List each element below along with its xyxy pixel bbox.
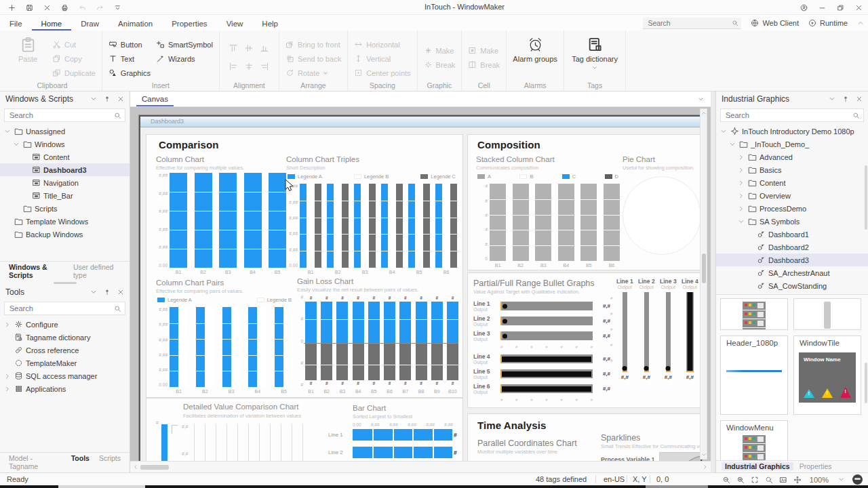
tab-tools[interactable]: Tools bbox=[68, 454, 93, 470]
cut-button[interactable]: Cut bbox=[52, 37, 96, 52]
design-window-titlebar[interactable]: Dashboard3 bbox=[140, 117, 701, 127]
tree-item-scripts[interactable]: Scripts bbox=[0, 202, 130, 215]
scrollbar-thumb[interactable] bbox=[702, 253, 706, 283]
dock-splitter[interactable] bbox=[711, 92, 716, 472]
canvas-area[interactable]: Dashboard3 Comparison Column ChartEffect… bbox=[130, 107, 711, 461]
runtime-button[interactable]: Runtime bbox=[808, 19, 848, 27]
panel-close-icon[interactable] bbox=[856, 96, 863, 102]
pin-icon[interactable] bbox=[842, 96, 849, 102]
pan-icon[interactable] bbox=[793, 476, 802, 484]
image-icon[interactable] bbox=[779, 476, 787, 484]
symbol-thumbnail-header-1080p[interactable]: Header_1080p bbox=[720, 336, 788, 415]
send-to-back-button[interactable]: Send to back bbox=[285, 52, 341, 66]
graphic-break-button[interactable]: Break bbox=[424, 58, 456, 72]
close-window-icon[interactable] bbox=[43, 4, 51, 12]
tree-item-template-windows[interactable]: Template Windows bbox=[0, 215, 130, 228]
tree-item-dashboard1[interactable]: Dashboard1 bbox=[716, 228, 868, 241]
align-top-icon[interactable] bbox=[229, 43, 238, 53]
tree-item-content[interactable]: Content bbox=[0, 150, 130, 163]
tab-help[interactable]: Help bbox=[252, 17, 288, 30]
tab-user-defined-type[interactable]: User defined type bbox=[70, 263, 124, 279]
customize-toolbar-icon[interactable] bbox=[114, 4, 121, 12]
tools-search-input[interactable] bbox=[5, 302, 125, 314]
assistant-icon[interactable] bbox=[852, 474, 863, 485]
zoom-region-icon[interactable] bbox=[765, 476, 773, 484]
tab-animation[interactable]: Animation bbox=[108, 17, 162, 30]
chevron-down-icon[interactable] bbox=[4, 127, 14, 135]
account-icon[interactable] bbox=[800, 4, 808, 12]
tree-item-configure[interactable]: Configure bbox=[0, 318, 130, 331]
spacing-horizontal-button[interactable]: Horizontal bbox=[354, 37, 410, 52]
tab-windows-scripts[interactable]: Windows & Scripts bbox=[5, 263, 67, 279]
symbol-thumbnail-partial[interactable] bbox=[720, 298, 788, 330]
pin-icon[interactable] bbox=[104, 96, 111, 102]
tree-item-windows[interactable]: Windows bbox=[0, 138, 130, 150]
tab-industrial-graphics[interactable]: Industrial Graphics bbox=[722, 462, 793, 470]
new-icon[interactable] bbox=[8, 4, 16, 12]
tree-item-sa-archestranaut[interactable]: SA_ArchestrAnaut bbox=[716, 266, 868, 279]
tab-draw[interactable]: Draw bbox=[71, 17, 108, 30]
smartsymbol-button[interactable]: SmartSymbol bbox=[156, 37, 213, 52]
minimize-icon[interactable] bbox=[818, 4, 826, 12]
paste-button[interactable]: Paste bbox=[9, 34, 47, 80]
panel-collapse-icon[interactable] bbox=[90, 289, 97, 296]
scrollbar-thumb[interactable] bbox=[140, 465, 169, 470]
align-bottom-icon[interactable] bbox=[260, 43, 269, 53]
canvas-horizontal-scrollbar[interactable] bbox=[130, 461, 711, 472]
zoom-level-select[interactable]: 100% bbox=[808, 475, 846, 485]
tree-item-dashboard2[interactable]: Dashboard2 bbox=[716, 241, 868, 253]
align-center-icon[interactable] bbox=[244, 62, 254, 71]
rotate-button[interactable]: Rotate bbox=[285, 66, 341, 80]
tab-view[interactable]: View bbox=[217, 17, 253, 30]
chevron-right-icon[interactable] bbox=[738, 179, 748, 186]
windows-scripts-search-input[interactable] bbox=[5, 109, 125, 121]
align-left-icon[interactable] bbox=[229, 62, 238, 71]
scroll-down-icon[interactable] bbox=[701, 452, 707, 458]
pin-icon[interactable] bbox=[104, 289, 111, 296]
cell-break-button[interactable]: Break bbox=[468, 58, 500, 72]
tree-item-sa-symbols[interactable]: SA Symbols bbox=[716, 215, 868, 228]
restore-icon[interactable] bbox=[837, 4, 844, 12]
graphic-make-button[interactable]: Make bbox=[424, 43, 456, 58]
wizards-button[interactable]: Wizards bbox=[156, 52, 213, 66]
chevron-down-icon[interactable] bbox=[729, 140, 739, 148]
tree-item-backup-windows[interactable]: Backup Windows bbox=[0, 228, 130, 241]
chevron-right-icon[interactable] bbox=[738, 192, 748, 199]
tree-item-basics[interactable]: Basics bbox=[716, 163, 868, 176]
scroll-up-icon[interactable] bbox=[701, 110, 707, 116]
tab-file[interactable]: File bbox=[0, 17, 32, 30]
chevron-right-icon[interactable] bbox=[4, 372, 14, 380]
alarm-groups-button[interactable]: Alarm groups bbox=[513, 34, 557, 63]
insert-button-button[interactable]: Button bbox=[108, 37, 151, 52]
fit-to-screen-icon[interactable] bbox=[751, 476, 759, 484]
chevron-right-icon[interactable] bbox=[738, 153, 748, 161]
tree-item-overview[interactable]: Overview bbox=[716, 189, 868, 202]
duplicate-button[interactable]: Duplicate bbox=[52, 66, 96, 80]
tree-item-unassigned[interactable]: Unassigned bbox=[0, 125, 130, 138]
tree-item-content[interactable]: Content bbox=[716, 176, 868, 189]
tag-dictionary-button[interactable]: Tag dictionary bbox=[570, 34, 619, 70]
collapse-ribbon-icon[interactable] bbox=[857, 20, 864, 26]
panel-collapse-icon[interactable] bbox=[829, 96, 835, 102]
tab-home[interactable]: Home bbox=[32, 17, 72, 30]
tree-item-processdemo[interactable]: ProcessDemo bbox=[716, 202, 868, 215]
tree-item-intouch-introductory-demo-1080p[interactable]: InTouch Introductory Demo 1080p bbox=[716, 125, 868, 138]
symbol-thumbnail-windowmenu[interactable]: WindowMenu bbox=[720, 420, 788, 462]
ribbon-search-input[interactable] bbox=[643, 18, 741, 28]
chevron-right-icon[interactable] bbox=[738, 205, 748, 212]
design-window-dashboard3[interactable]: Dashboard3 Comparison Column ChartEffect… bbox=[139, 115, 702, 461]
tab-properties[interactable]: Properties bbox=[162, 17, 216, 30]
insert-text-button[interactable]: Text bbox=[108, 52, 151, 66]
close-app-icon[interactable] bbox=[855, 4, 863, 12]
canvas-vertical-scrollbar[interactable] bbox=[700, 108, 707, 460]
copy-button[interactable]: Copy bbox=[52, 52, 96, 66]
scrollbar-thumb[interactable] bbox=[865, 363, 867, 403]
tree-item-title-bar[interactable]: Title_Bar bbox=[0, 189, 130, 202]
chevron-down-icon[interactable] bbox=[738, 218, 748, 225]
tree-item-sa-cowstanding[interactable]: SA_CowStanding bbox=[716, 279, 868, 292]
tree-item-sql-access-manager[interactable]: SQL access manager bbox=[0, 369, 130, 382]
tab-canvas[interactable]: Canvas bbox=[136, 94, 174, 106]
panel-collapse-icon[interactable] bbox=[90, 96, 97, 102]
chevron-right-icon[interactable] bbox=[738, 166, 748, 174]
industrial-graphics-search-input[interactable] bbox=[721, 109, 863, 121]
